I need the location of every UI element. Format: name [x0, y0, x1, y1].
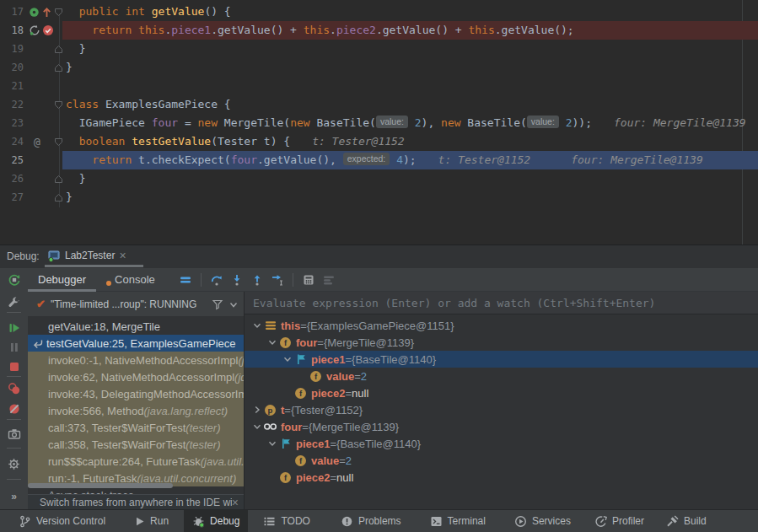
code-text[interactable]: IGamePiece four = new MergeTile(new Base…: [66, 114, 746, 132]
statusbar-item-run[interactable]: Run: [126, 510, 177, 532]
fold-open-icon[interactable]: [54, 8, 63, 17]
frame-row[interactable]: invoke:43, DelegatingMethodAccessorImpl …: [28, 385, 244, 402]
gear-icon[interactable]: [7, 457, 22, 472]
variables-tree: this = {ExamplesGamePiece@1151}ffour = {…: [245, 317, 758, 510]
code-text[interactable]: return t.checkExpect(four.getValue(), ex…: [66, 151, 703, 169]
step-out-icon[interactable]: [248, 271, 266, 289]
test-passed-icon[interactable]: [29, 7, 40, 18]
overrides-arrow-icon[interactable]: [41, 7, 52, 18]
step-into-icon[interactable]: [228, 271, 246, 289]
statusbar-item-label: Run: [150, 515, 169, 527]
tab-debugger[interactable]: Debugger: [28, 268, 96, 292]
frame-row[interactable]: testGetValue:25, ExamplesGamePiece: [28, 335, 244, 352]
variable-row[interactable]: piece1 = {BaseTile@1140}: [245, 435, 758, 452]
chevron-down-icon[interactable]: [251, 422, 263, 432]
code-editor[interactable]: 17 public int getValue() {18 return this…: [0, 0, 758, 245]
variable-row[interactable]: ffour = {MergeTile@1139}: [245, 334, 758, 351]
frame-row[interactable]: invoke0:-1, NativeMethodAccessorImpl (jd…: [28, 352, 244, 368]
fold-open-icon[interactable]: [54, 100, 63, 110]
code-line-24: 24@ boolean testGetValue(Tester t) {t: T…: [0, 132, 758, 151]
statusbar-item-version-control[interactable]: Version Control: [10, 510, 114, 532]
view-breakpoints-icon[interactable]: [7, 381, 22, 396]
statusbar-item-debug[interactable]: Debug: [184, 510, 248, 532]
fold-end-icon[interactable]: [54, 45, 63, 54]
frame-location: (tester): [185, 422, 220, 434]
tab-lab2tester[interactable]: Lab2Tester ×: [48, 245, 126, 266]
frame-row[interactable]: call:373, Tester$WaitForTest (tester): [28, 419, 244, 436]
line-number: 27: [0, 188, 24, 207]
horizontal-scrollbar[interactable]: [28, 483, 173, 488]
code-text[interactable]: boolean testGetValue(Tester t) {t: Teste…: [66, 132, 405, 151]
variable-row[interactable]: fvalue = 2: [245, 452, 758, 469]
frame-row[interactable]: run$$$capture:264, FutureTask (java.util…: [28, 453, 244, 470]
chevron-down-icon[interactable]: [251, 320, 263, 330]
statusbar-item-services[interactable]: Services: [506, 510, 579, 532]
frame-row[interactable]: invoke:62, NativeMethodAccessorImpl (jdk…: [28, 368, 244, 385]
rerun-icon[interactable]: [7, 272, 22, 287]
statusbar-item-terminal[interactable]: Terminal: [422, 510, 494, 532]
debugger-inline-value: t: Tester@1152: [312, 135, 405, 148]
evaluate-expression-icon[interactable]: [299, 271, 318, 289]
show-execution-point-icon[interactable]: [176, 271, 195, 289]
mute-breakpoints-icon[interactable]: [7, 401, 22, 416]
settings-wrench-icon[interactable]: [7, 295, 22, 310]
equals-sign: =: [284, 404, 291, 416]
chevron-down-icon[interactable]: [266, 438, 278, 449]
chevron-down-icon[interactable]: [282, 354, 293, 364]
variable-row[interactable]: piece1 = {BaseTile@1140}: [245, 351, 758, 368]
tab-close-icon[interactable]: ×: [119, 250, 126, 261]
variable-row[interactable]: pt = {Tester@1152}: [245, 401, 758, 418]
fold-end-icon[interactable]: [54, 63, 63, 73]
chevron-right-icon[interactable]: [251, 405, 263, 415]
variable-row[interactable]: this = {ExamplesGamePiece@1151}: [245, 317, 758, 334]
code-text[interactable]: }: [66, 169, 85, 188]
code-text[interactable]: return this.piece1.getValue() + this.pie…: [66, 21, 574, 40]
statusbar-item-profiler[interactable]: Profiler: [586, 510, 653, 532]
tab-console[interactable]: Console: [96, 268, 165, 292]
code-text[interactable]: class ExamplesGamePiece {: [66, 95, 231, 114]
toolbar-divider: [293, 273, 293, 287]
chevron-spacer: [297, 371, 309, 381]
breakpoint-hit-icon[interactable]: [42, 24, 54, 36]
equals-sign: =: [302, 421, 309, 433]
resume-icon[interactable]: [7, 320, 22, 336]
banner-close-icon[interactable]: ×: [232, 497, 239, 508]
fold-end-icon[interactable]: [54, 193, 63, 202]
more-icon[interactable]: »: [7, 489, 22, 504]
evaluate-expression-input[interactable]: Evaluate expression (Enter) or add a wat…: [245, 292, 758, 314]
variable-row[interactable]: fpiece2 = null: [245, 384, 758, 401]
chevron-down-icon[interactable]: [228, 299, 239, 309]
fold-end-icon[interactable]: [54, 175, 63, 184]
stop-icon[interactable]: [7, 359, 22, 374]
statusbar-item-build[interactable]: Build: [658, 510, 715, 532]
pause-icon[interactable]: [7, 340, 22, 355]
code-text[interactable]: }: [66, 188, 73, 207]
variable-row[interactable]: fpiece2 = null: [245, 469, 758, 486]
chevron-down-icon[interactable]: [266, 337, 278, 347]
variable-row[interactable]: four = {MergeTile@1139}: [245, 418, 758, 435]
thread-dump-camera-icon[interactable]: [7, 427, 22, 442]
frame-row[interactable]: getValue:18, MergeTile: [28, 318, 244, 335]
variable-row[interactable]: fvalue = 2: [245, 368, 758, 384]
frame-row[interactable]: invoke:566, Method (java.lang.reflect): [28, 402, 244, 419]
run-to-cursor-icon[interactable]: [268, 271, 287, 289]
frame-row[interactable]: call:358, Tester$WaitForTest (tester): [28, 436, 244, 453]
scrollbar-thumb[interactable]: [28, 483, 173, 488]
frame-text: run$$$capture:264, FutureTask: [48, 455, 201, 468]
filter-funnel-icon[interactable]: [211, 298, 223, 310]
layout-settings-icon[interactable]: [320, 271, 338, 289]
recursive-call-icon[interactable]: [29, 24, 40, 36]
variable-name: four: [296, 336, 317, 349]
code-text[interactable]: }: [66, 40, 85, 58]
code-text[interactable]: public int getValue() {: [66, 3, 231, 21]
variable-name: value: [311, 454, 339, 467]
step-over-icon[interactable]: [207, 271, 226, 289]
statusbar-item-problems[interactable]: Problems: [332, 510, 410, 532]
code-line-18: 18 return this.piece1.getValue() + this.…: [0, 21, 758, 40]
thread-status-row[interactable]: ✔ "Time-limited ...roup": RUNNING: [28, 292, 244, 316]
variable-name: value: [326, 370, 354, 383]
fold-open-icon[interactable]: [54, 137, 63, 147]
param-icon: p: [263, 404, 277, 416]
statusbar-item-todo[interactable]: TODO: [255, 510, 318, 532]
code-text[interactable]: }: [66, 58, 73, 77]
